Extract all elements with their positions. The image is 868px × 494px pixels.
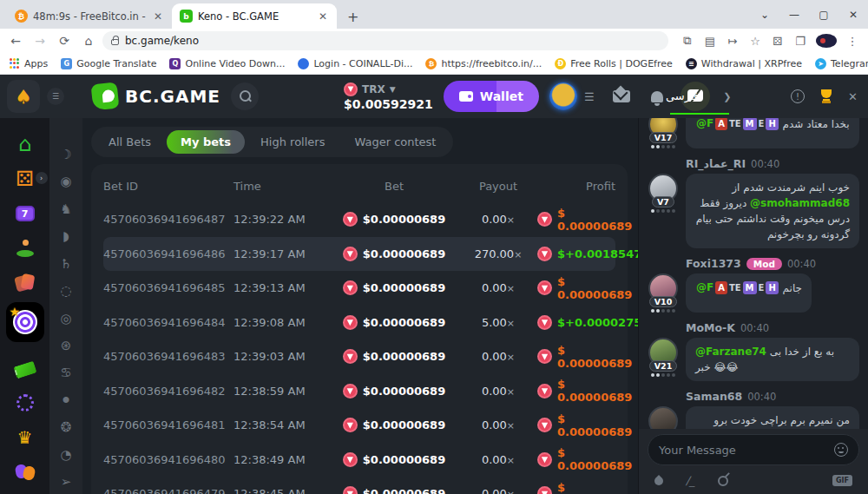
wallet-button[interactable]: Wallet	[444, 81, 539, 112]
coin-flip-icon[interactable]	[718, 476, 728, 486]
game-icon-bird[interactable]: ◗	[62, 222, 69, 249]
bet-id-cell[interactable]: 45706036941696483	[103, 350, 233, 363]
mention-fatemeh[interactable]: @FATEMEH	[695, 282, 779, 294]
bet-id-cell[interactable]: 45706036941696482	[103, 385, 233, 398]
bookmark-item[interactable]: GGoogle Translate	[61, 58, 156, 69]
forward-icon[interactable]: →	[30, 34, 50, 48]
sidebar-item-home[interactable]: ⌂	[6, 127, 44, 161]
translate-icon[interactable]: ▤	[700, 35, 720, 48]
avatar[interactable]	[648, 406, 678, 429]
home-icon[interactable]: ⌂	[78, 34, 99, 48]
bet-id-cell[interactable]: 45706036941696486	[103, 247, 233, 260]
game-icon-chip[interactable]: ◉	[60, 168, 71, 194]
gif-button[interactable]: GIF	[832, 475, 852, 486]
search-button[interactable]	[231, 82, 259, 110]
chat-language-tab[interactable]: فارسی	[666, 89, 699, 104]
rain-icon[interactable]	[653, 474, 665, 486]
sidepanel-icon[interactable]: ❐	[790, 35, 811, 48]
game-icon-gorilla[interactable]: ♞	[60, 195, 71, 222]
bookmark-item[interactable]: ₿https://freebitco.in/...	[425, 58, 542, 69]
table-row[interactable]: 4570603694169648112:38:54 AM$0.000006890…	[103, 408, 615, 443]
chat-username[interactable]: MoMo-K	[686, 321, 735, 334]
bookmark-item[interactable]: ≡Withdrawal | XRPfree	[686, 58, 802, 69]
sidebar-item-masks[interactable]	[6, 455, 44, 490]
back-icon[interactable]: ←	[5, 34, 26, 48]
window-close-icon[interactable]: ✕	[838, 9, 868, 21]
mention[interactable]: @smohammad68	[750, 197, 850, 209]
table-row[interactable]: 4570603694169648712:39:22 AM$0.000006890…	[103, 202, 615, 237]
game-icon-stopwatch[interactable]: ◔	[60, 441, 71, 468]
bet-id-cell[interactable]: 45706036941696487	[103, 213, 233, 226]
mention-fatemeh[interactable]: @FATEMEH	[695, 118, 779, 130]
new-tab-button[interactable]: +	[337, 9, 369, 29]
bet-id-cell[interactable]: 45706036941696479	[103, 487, 233, 494]
sidebar-item-slots[interactable]: 7	[6, 196, 44, 231]
user-avatar[interactable]	[549, 82, 577, 110]
account-menu-icon[interactable]: ☰	[584, 90, 594, 103]
window-chevron-icon[interactable]: ⌄	[750, 9, 779, 21]
chat-username[interactable]: RI_عماد_RI	[686, 157, 746, 170]
table-row[interactable]: 4570603694169648212:38:59 AM$0.000006890…	[103, 374, 615, 409]
chat-rules-info-icon[interactable]: !	[791, 89, 805, 103]
sidebar-item-crown[interactable]: ♛	[6, 420, 44, 455]
sidebar-item-ticket[interactable]	[6, 351, 44, 385]
trophy-icon[interactable]	[819, 89, 834, 103]
chat-username[interactable]: Saman68	[686, 390, 742, 403]
game-icon-coins[interactable]: ⊛	[61, 332, 72, 359]
star-icon[interactable]: ☆	[745, 35, 766, 48]
share-icon[interactable]: ↦	[722, 35, 743, 48]
tab-all-bets[interactable]: All Bets	[95, 130, 165, 154]
slash-command-icon[interactable]: /_	[686, 474, 695, 487]
bookmark-item[interactable]: ÐFree Rolls | DOGEfree	[555, 58, 673, 69]
bookmark-item[interactable]: Apps	[9, 58, 48, 69]
table-row[interactable]: 4570603694169648412:39:08 AM$0.000006895…	[103, 306, 615, 340]
sidebar-item-crash[interactable]	[6, 231, 44, 266]
game-icon-ring[interactable]: ◌	[60, 277, 71, 304]
sidebar-item-bridge[interactable]	[6, 490, 44, 494]
sidebar-item-keno[interactable]: ★	[6, 302, 44, 342]
game-icon-glove[interactable]: ❂	[61, 414, 72, 441]
tab-my-bets[interactable]: My bets	[167, 130, 245, 154]
window-maximize-icon[interactable]: ▢	[809, 9, 838, 21]
game-icon-bomb[interactable]: ⚫	[61, 386, 72, 413]
bet-id-cell[interactable]: 45706036941696480	[103, 453, 233, 466]
mail-icon[interactable]	[613, 90, 630, 102]
chat-close-icon[interactable]: ✕	[848, 90, 858, 103]
address-bar[interactable]: bc.game/keno	[102, 31, 668, 50]
chat-username[interactable]: Foxi1373	[686, 257, 741, 270]
profile-avatar[interactable]	[816, 34, 837, 48]
bcgame-logo[interactable]: BC.GAME	[92, 83, 220, 109]
url-text[interactable]: bc.game/keno	[125, 35, 199, 47]
reload-icon[interactable]: ⟳	[54, 34, 75, 48]
bookmark-item[interactable]: QOnline Video Down...	[169, 58, 285, 69]
bet-id-cell[interactable]: 45706036941696484	[103, 316, 233, 329]
game-icon-eggs[interactable]: ◎	[60, 305, 71, 332]
game-icon-saturn[interactable]: ♄	[60, 250, 71, 277]
sidebar-item-dice[interactable]: ⚄›	[6, 161, 44, 196]
tab-wager-contest[interactable]: Wager contest	[340, 130, 450, 154]
launch-icon[interactable]: ⧉	[677, 34, 698, 48]
mention[interactable]: @Farzane74	[695, 346, 766, 358]
game-icon-crab[interactable]: ♋	[60, 359, 71, 386]
tab-high-rollers[interactable]: High rollers	[247, 130, 339, 154]
bet-id-cell[interactable]: 45706036941696485	[103, 281, 233, 294]
bookmark-item[interactable]: ➤Telegram Web	[815, 58, 868, 69]
sidebar-item-tags[interactable]	[6, 266, 44, 300]
bookmark-item[interactable]: Login - COINALL-Di...	[298, 58, 412, 69]
menu-icon[interactable]: ⋮	[842, 35, 863, 48]
browser-tab[interactable]: bKeno - BC.GAME✕	[172, 3, 337, 29]
game-icon-comet[interactable]: ☽	[60, 141, 71, 168]
currency-selector[interactable]: TRX ▼ $0.00592921	[344, 82, 433, 111]
table-row[interactable]: 4570603694169648012:38:49 AM$0.000006890…	[103, 443, 615, 478]
tab-close-icon[interactable]: ✕	[152, 10, 164, 23]
casino-spade-button[interactable]: ♠	[7, 80, 40, 113]
emoji-picker-icon[interactable]	[834, 443, 848, 457]
game-icon-dart[interactable]: ➢	[61, 469, 72, 494]
collapse-menu-icon[interactable]: ☰	[47, 88, 64, 105]
table-row[interactable]: 4570603694169648512:39:13 AM$0.000006890…	[103, 271, 615, 306]
expand-icon[interactable]: ›	[36, 172, 48, 184]
browser-tab[interactable]: ₿48m:9s - FreeBitco.in - Win free ✕	[7, 3, 172, 29]
table-row[interactable]: 4570603694169647912:38:45 AM$0.000006890…	[103, 477, 615, 494]
tab-close-icon[interactable]: ✕	[317, 10, 329, 23]
bet-id-cell[interactable]: 45706036941696481	[103, 418, 233, 431]
